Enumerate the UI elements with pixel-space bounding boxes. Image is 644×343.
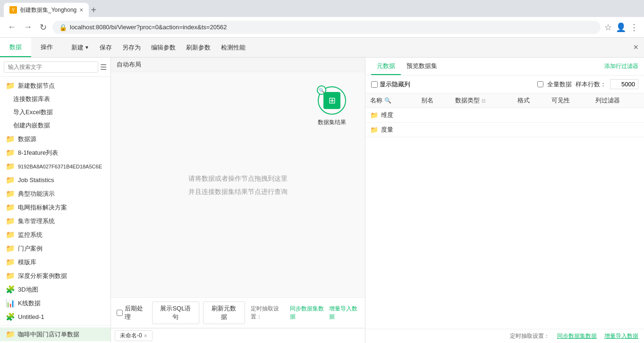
bookmark-icon[interactable]: ☆ — [604, 22, 612, 33]
canvas-main: 🔍 ⊞ 数据集结果 请将数据或者操作节点拖拽到这里 并且连接数据集结果节点进行查… — [111, 72, 365, 297]
sidebar-list: 📁 新建数据节点 连接数据库表 导入Excel数据 创建内嵌数据 📁 数据源 — [0, 77, 110, 325]
bottom-tab-unnamed[interactable]: 未命名-0 × — [115, 330, 153, 341]
sidebar-item-new-node[interactable]: 📁 新建数据节点 — [0, 79, 110, 92]
toolbar-close-button[interactable]: × — [627, 42, 644, 52]
td-alias-0 — [416, 108, 450, 123]
canvas-placeholder: 请将数据或者操作节点拖拽到这里 并且连接数据集结果节点进行查询 — [188, 172, 288, 198]
menu-icon[interactable]: ⋮ — [630, 22, 638, 33]
sidebar-item-template[interactable]: 📁 模版库 — [0, 255, 110, 269]
sidebar-item-untitled[interactable]: 🧩 Untitled-1 — [0, 310, 110, 324]
search-magnifier: 🔍 — [317, 85, 326, 95]
sidebar-bottom-coffee[interactable]: 📁 咖啡中国门店订单数据 — [0, 327, 110, 341]
search-name-icon[interactable]: 🔍 — [384, 97, 391, 104]
tab-close-button[interactable]: × — [79, 6, 83, 14]
all-data-label: 全量数据 — [547, 80, 572, 89]
sidebar-item-power-grid[interactable]: 📁 电网指标解决方案 — [0, 201, 110, 214]
folder-icon-2: 📁 — [6, 162, 15, 171]
save-as-button[interactable]: 另存为 — [118, 42, 145, 54]
sync-data-link[interactable]: 同步数据集数据 — [290, 305, 325, 321]
sidebar-item-3dmap[interactable]: 🧩 3D地图 — [0, 283, 110, 296]
canvas-bottom-tabs: 未命名-0 × — [111, 328, 365, 343]
th-format: 格式 — [513, 93, 547, 108]
footer-schedule-label: 定时抽取设置： — [510, 332, 550, 340]
sidebar-item-import-excel[interactable]: 导入Excel数据 — [0, 106, 110, 119]
sidebar-item-create-embedded[interactable]: 创建内嵌数据 — [0, 119, 110, 132]
toolbar-actions: 新建 ▼ 保存 另存为 编辑参数 刷新参数 检测性能 — [63, 42, 627, 54]
address-bar[interactable]: 🔒 localhost:8080/bi/Viewer?proc=0&action… — [52, 21, 601, 34]
refresh-params-button[interactable]: 刷新参数 — [181, 42, 215, 54]
row-folder-icon-1: 📁 — [370, 126, 378, 134]
search-input[interactable] — [4, 61, 98, 73]
edit-params-button[interactable]: 编辑参数 — [146, 42, 180, 54]
data-options-right: 全量数据 样本行数： — [537, 79, 638, 89]
datatype-sort-icon[interactable]: ⊡ — [482, 98, 485, 103]
folder-icon-6: 📁 — [6, 217, 15, 226]
canvas-toolbar: 自动布局 — [111, 58, 365, 72]
show-hidden-checkbox[interactable] — [371, 81, 378, 88]
tab-preview-dataset[interactable]: 预览数据集 — [401, 58, 443, 75]
td-datatype-0 — [450, 108, 513, 123]
post-process-section: 后期处理 — [117, 304, 146, 321]
show-sql-button[interactable]: 展示SQL语句 — [152, 301, 199, 324]
right-panel-footer: 定时抽取设置： 同步数据集数据 增量导入数据 — [365, 329, 644, 343]
folder-icon-bottom: 📁 — [6, 330, 15, 339]
th-column-filter: 列过滤器 — [591, 93, 644, 108]
td-name-1: 📁 度量 — [365, 123, 416, 137]
sidebar-item-connect-db[interactable]: 连接数据库表 — [0, 92, 110, 106]
all-data-checkbox[interactable] — [537, 81, 543, 87]
sidebar-item-uuid[interactable]: 📁 9192BA8A027F6371B4ED18A5C6E — [0, 159, 110, 173]
tab-data[interactable]: 数据 — [0, 38, 31, 57]
bottom-tab-close-button[interactable]: × — [144, 333, 147, 339]
new-node-icon: 📁 — [6, 81, 15, 90]
browser-tab[interactable]: Y 创建数据集_Yonghong × — [4, 3, 89, 17]
sidebar-item-feature-list[interactable]: 📁 8-1feature列表 — [0, 146, 110, 159]
refresh-metadata-button[interactable]: 刷新元数据 — [203, 301, 245, 324]
save-button[interactable]: 保存 — [95, 42, 117, 54]
tab-metadata[interactable]: 元数据 — [371, 58, 401, 75]
canvas-area: 自动布局 🔍 ⊞ 数据集结果 请将数据或者操作节点拖拽到这里 并且连接数据集结果… — [111, 58, 365, 343]
forward-button[interactable]: → — [22, 21, 34, 33]
new-dropdown-icon: ▼ — [85, 45, 89, 50]
import-data-link[interactable]: 增量导入数据 — [329, 305, 359, 321]
folder-icon-11: 🧩 — [6, 285, 15, 294]
td-filter-1 — [591, 123, 644, 137]
sidebar-bottom: 📁 咖啡中国门店订单数据 — [0, 325, 110, 343]
footer-sync-link[interactable]: 同步数据集数据 — [557, 332, 597, 340]
new-button[interactable]: 新建 ▼ — [67, 42, 94, 54]
sidebar-item-market-mgmt[interactable]: 📁 集市管理系统 — [0, 214, 110, 228]
sidebar-item-portal[interactable]: 📁 门户案例 — [0, 242, 110, 255]
result-node-icon: 🔍 ⊞ — [318, 86, 346, 115]
folder-icon-5: 📁 — [6, 203, 15, 212]
row-folder-icon-0: 📁 — [370, 111, 378, 119]
sidebar-item-monitor[interactable]: 📁 监控系统 — [0, 228, 110, 242]
folder-icon-10: 📁 — [6, 271, 15, 280]
footer-import-link[interactable]: 增量导入数据 — [604, 332, 638, 340]
sidebar-menu-icon[interactable]: ☰ — [100, 63, 107, 72]
folder-icon-1: 📁 — [6, 148, 15, 157]
tab-title: 创建数据集_Yonghong — [20, 6, 76, 14]
url-text: localhost:8080/bi/Viewer?proc=0&action=i… — [70, 24, 594, 31]
refresh-button[interactable]: ↻ — [38, 21, 49, 33]
check-performance-button[interactable]: 检测性能 — [216, 42, 250, 54]
profile-icon[interactable]: 👤 — [616, 22, 626, 33]
tab-operation[interactable]: 操作 — [31, 38, 62, 57]
back-button[interactable]: ← — [6, 21, 18, 33]
schedule-label: 定时抽取设置： — [251, 305, 286, 321]
secure-icon: 🔒 — [59, 24, 67, 31]
app-container: 数据 操作 新建 ▼ 保存 另存为 编辑参数 刷新参数 — [0, 38, 644, 343]
toolbar-tabs: 数据 操作 — [0, 38, 62, 57]
post-process-checkbox[interactable] — [117, 310, 123, 316]
main-content: ☰ 📁 新建数据节点 连接数据库表 导入Excel数据 创建内嵌数据 — [0, 58, 644, 343]
sidebar-item-deep-analysis[interactable]: 📁 深度分析案例数据 — [0, 269, 110, 283]
sidebar-item-job-statistics[interactable]: 📁 Job Statistics — [0, 173, 110, 187]
sample-rows-input[interactable] — [610, 79, 638, 89]
sidebar-item-datasource[interactable]: 📁 数据源 — [0, 132, 110, 146]
td-alias-1 — [416, 123, 450, 137]
sidebar-item-kline[interactable]: 📊 K线数据 — [0, 296, 110, 310]
add-row-filter-link[interactable]: 添加行过滤器 — [604, 62, 638, 70]
sidebar-search-bar: ☰ — [0, 58, 110, 77]
new-tab-button[interactable]: + — [91, 5, 96, 15]
show-hidden-option: 显示隐藏列 — [371, 80, 410, 89]
td-format-0 — [513, 108, 547, 123]
sidebar-item-typical-demo[interactable]: 📁 典型功能演示 — [0, 187, 110, 201]
